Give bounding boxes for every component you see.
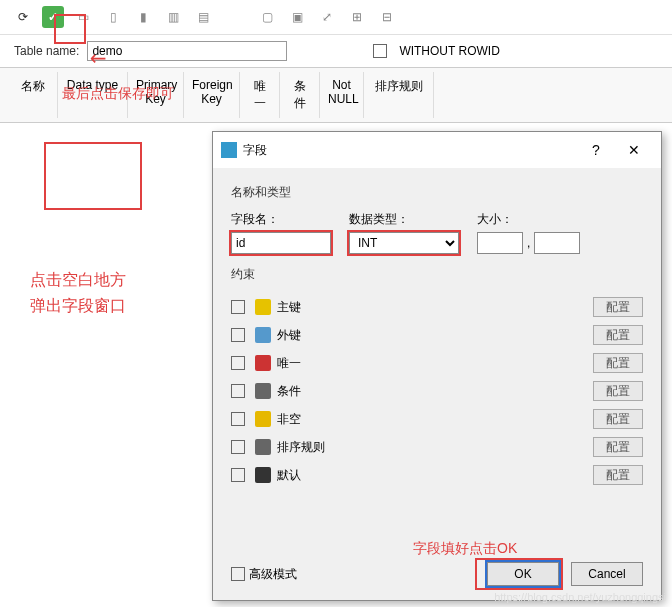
tool-icon-7[interactable]: ▣ <box>284 4 310 30</box>
config-button[interactable]: 配置 <box>593 437 643 457</box>
dialog-icon <box>221 142 237 158</box>
anno-blank-text1: 点击空白地方 <box>30 270 126 291</box>
constraint-row: 唯一配置 <box>231 349 643 377</box>
anno-blank-text2: 弹出字段窗口 <box>30 296 126 317</box>
constraint-row: 默认配置 <box>231 461 643 489</box>
config-button[interactable]: 配置 <box>593 297 643 317</box>
constraint-row: 条件配置 <box>231 377 643 405</box>
constraint-checkbox[interactable] <box>231 468 245 482</box>
constraint-checkbox[interactable] <box>231 384 245 398</box>
constraint-label: 非空 <box>277 411 301 428</box>
constraint-checkbox[interactable] <box>231 328 245 342</box>
constraint-checkbox[interactable] <box>231 412 245 426</box>
watermark: https://blog.csdn.net/yuzhongqingsi <box>494 591 666 603</box>
anno-blank-box <box>44 142 142 210</box>
advanced-checkbox[interactable] <box>231 567 245 581</box>
constraint-row: 非空配置 <box>231 405 643 433</box>
without-rowid-label: WITHOUT ROWID <box>399 44 499 58</box>
field-dialog: 字段 ? ✕ 名称和类型 字段名： 数据类型： INT 大小： , <box>212 131 662 601</box>
main-toolbar: ⟳ ✓ ▭ ▯ ▮ ▥ ▤ ▢ ▣ ⤢ ⊞ ⊟ <box>0 0 672 35</box>
group-nametype: 名称和类型 <box>231 184 643 201</box>
group-constraint: 约束 <box>231 266 643 283</box>
size-spinner-1[interactable] <box>477 232 523 254</box>
tool-icon-4[interactable]: ▥ <box>160 4 186 30</box>
constraint-row: 外键配置 <box>231 321 643 349</box>
table-name-label: Table name: <box>14 44 79 58</box>
constraint-label: 条件 <box>277 383 301 400</box>
anno-save-text: 最后点击保存即可 <box>62 85 174 103</box>
tool-icon-2[interactable]: ▯ <box>100 4 126 30</box>
close-button[interactable]: ✕ <box>615 138 653 162</box>
header-unique: 唯一 <box>240 72 280 118</box>
header-cond: 条件 <box>280 72 320 118</box>
cancel-button[interactable]: Cancel <box>571 562 643 586</box>
anno-ok-text: 字段填好点击OK <box>413 540 517 558</box>
constraint-icon <box>255 327 271 343</box>
constraint-checkbox[interactable] <box>231 356 245 370</box>
size-spinner-2[interactable] <box>534 232 580 254</box>
constraint-row: 主键配置 <box>231 293 643 321</box>
size-label: 大小： <box>477 211 580 228</box>
constraint-label: 外键 <box>277 327 301 344</box>
config-button[interactable]: 配置 <box>593 465 643 485</box>
tool-icon-6[interactable]: ▢ <box>254 4 280 30</box>
refresh-icon[interactable]: ⟳ <box>10 4 36 30</box>
help-button[interactable]: ? <box>577 138 615 162</box>
tool-icon-3[interactable]: ▮ <box>130 4 156 30</box>
header-name: 名称 <box>8 72 58 118</box>
tool-icon-5[interactable]: ▤ <box>190 4 216 30</box>
ok-button[interactable]: OK <box>487 562 559 586</box>
header-fk: Foreign Key <box>184 72 240 118</box>
constraint-icon <box>255 439 271 455</box>
header-notnull: Not NULL <box>320 72 364 118</box>
datatype-select[interactable]: INT <box>349 232 459 254</box>
constraint-label: 主键 <box>277 299 301 316</box>
datatype-label: 数据类型： <box>349 211 459 228</box>
table-name-input[interactable] <box>87 41 287 61</box>
config-button[interactable]: 配置 <box>593 381 643 401</box>
constraint-icon <box>255 299 271 315</box>
constraint-checkbox[interactable] <box>231 440 245 454</box>
constraint-checkbox[interactable] <box>231 300 245 314</box>
constraint-icon <box>255 411 271 427</box>
tool-icon-8[interactable]: ⤢ <box>314 4 340 30</box>
size-comma: , <box>527 236 530 250</box>
tool-icon-10[interactable]: ⊟ <box>374 4 400 30</box>
constraint-label: 排序规则 <box>277 439 325 456</box>
header-collate: 排序规则 <box>364 72 434 118</box>
dialog-footer: 高级模式 OK Cancel <box>231 558 643 590</box>
config-button[interactable]: 配置 <box>593 353 643 373</box>
dialog-body: 名称和类型 字段名： 数据类型： INT 大小： , 约束 主键配置外键配置唯一… <box>213 168 661 499</box>
constraint-icon <box>255 383 271 399</box>
constraint-row: 排序规则配置 <box>231 433 643 461</box>
anno-ok-box: OK <box>475 558 563 590</box>
field-name-input[interactable] <box>231 232 331 254</box>
constraint-icon <box>255 467 271 483</box>
tool-icon-9[interactable]: ⊞ <box>344 4 370 30</box>
constraint-label: 唯一 <box>277 355 301 372</box>
constraint-label: 默认 <box>277 467 301 484</box>
dialog-titlebar: 字段 ? ✕ <box>213 132 661 168</box>
constraint-icon <box>255 355 271 371</box>
advanced-label: 高级模式 <box>249 566 297 583</box>
field-name-label: 字段名： <box>231 211 331 228</box>
config-button[interactable]: 配置 <box>593 409 643 429</box>
config-button[interactable]: 配置 <box>593 325 643 345</box>
without-rowid-checkbox[interactable] <box>373 44 387 58</box>
dialog-title: 字段 <box>243 142 267 159</box>
anno-save-box <box>54 14 86 44</box>
